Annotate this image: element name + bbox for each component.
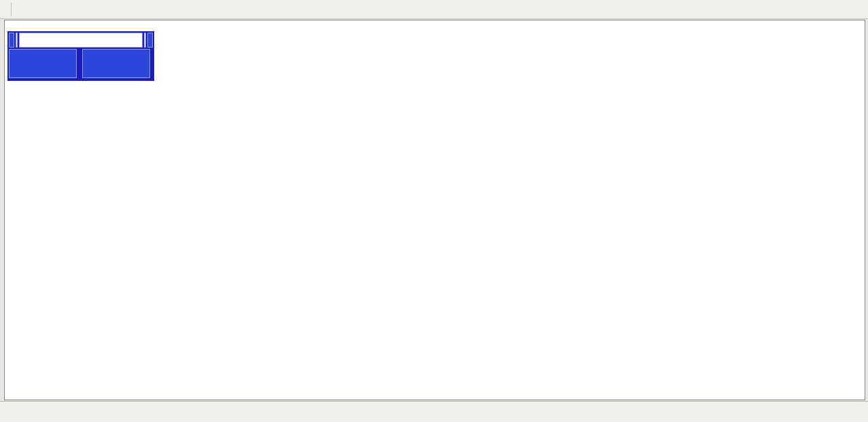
- toolbar-separator: [11, 3, 12, 16]
- chart-title: [12, 22, 18, 31]
- lot-increase-button[interactable]: [144, 33, 146, 48]
- one-click-trading-panel: [7, 31, 154, 81]
- sell-button[interactable]: [9, 33, 14, 48]
- lot-size-input[interactable]: [19, 33, 143, 48]
- buy-button[interactable]: [147, 33, 153, 48]
- sell-quote-box[interactable]: [9, 49, 77, 78]
- chart-window: [4, 20, 865, 400]
- buy-quote-box[interactable]: [82, 49, 150, 78]
- chart-tab-bar: [0, 401, 868, 422]
- timeframe-toolbar: [0, 0, 868, 19]
- lot-decrease-button[interactable]: [16, 33, 18, 48]
- timeframe-buttons: [0, 0, 1, 18]
- chart-tabs: [0, 402, 868, 419]
